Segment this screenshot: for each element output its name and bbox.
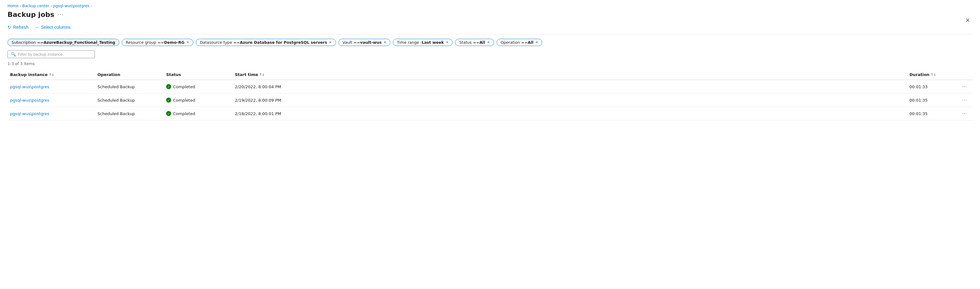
row-more-actions-3[interactable]: ··· bbox=[959, 110, 969, 117]
col-duration-sort-icon[interactable]: ↑↓ bbox=[931, 73, 936, 76]
col-operation-label: Operation bbox=[97, 72, 120, 77]
cell-start-time-2: 2/19/2022, 8:00:09 PM bbox=[232, 98, 907, 102]
col-start-time-sort-icon[interactable]: ↑↓ bbox=[259, 73, 265, 76]
subscription-filter-label: Subscription == bbox=[11, 40, 44, 45]
backup-instance-link-1[interactable]: pgsql-wus\postgres bbox=[10, 85, 49, 89]
status-filter-tag[interactable]: Status == All ✕ bbox=[455, 39, 494, 46]
col-header-status: Status bbox=[164, 72, 232, 77]
search-wrapper: 🔍 bbox=[8, 50, 95, 58]
page-title-row: Backup jobs ··· bbox=[8, 11, 64, 18]
table-container: Backup instance ↑↓ Operation Status Star… bbox=[8, 70, 972, 120]
completed-icon-1: ✓ bbox=[166, 84, 171, 89]
col-header-backup-instance: Backup instance ↑↓ bbox=[8, 72, 95, 77]
col-status-label: Status bbox=[166, 72, 181, 77]
col-backup-instance-label: Backup instance bbox=[10, 72, 48, 77]
cell-status-1: ✓ Completed bbox=[164, 84, 232, 89]
time-range-filter-close-icon[interactable]: ✕ bbox=[445, 40, 449, 45]
backup-instance-link-3[interactable]: pgsql-wus\postgres bbox=[10, 111, 49, 116]
row-more-actions-1[interactable]: ··· bbox=[959, 83, 969, 90]
select-columns-button[interactable]: → Select columns bbox=[35, 24, 71, 31]
table-row: pgsql-wus\postgres Scheduled Backup ✓ Co… bbox=[8, 107, 972, 120]
datasource-type-filter-close-icon[interactable]: ✕ bbox=[329, 40, 332, 45]
close-button[interactable]: ✕ bbox=[963, 16, 972, 25]
table-header: Backup instance ↑↓ Operation Status Star… bbox=[8, 70, 972, 80]
col-header-duration: Duration ↑↓ bbox=[907, 72, 957, 77]
page-title: Backup jobs bbox=[8, 11, 54, 18]
col-start-time-label: Start time bbox=[235, 72, 258, 77]
breadcrumb-sep-1: › bbox=[20, 5, 21, 8]
arrow-icon: → bbox=[35, 25, 39, 30]
status-label-1: Completed bbox=[173, 85, 195, 89]
status-filter-label: Status == bbox=[459, 40, 479, 45]
operation-filter-tag[interactable]: Operation == All ✕ bbox=[496, 39, 542, 46]
subscription-filter-value: AzureBackup_Functional_Testing bbox=[44, 40, 115, 45]
breadcrumb-home[interactable]: Home bbox=[8, 4, 18, 8]
completed-icon-2: ✓ bbox=[166, 97, 171, 102]
col-header-actions bbox=[957, 72, 972, 77]
cell-duration-1: 00:01:33 bbox=[907, 85, 957, 89]
status-filter-close-icon[interactable]: ✕ bbox=[487, 40, 490, 45]
operation-filter-label: Operation == bbox=[501, 40, 528, 45]
status-filter-value: All bbox=[479, 40, 485, 45]
cell-actions-1: ··· bbox=[957, 83, 972, 90]
page-more-options-icon[interactable]: ··· bbox=[57, 11, 64, 18]
cell-backup-instance-3: pgsql-wus\postgres bbox=[8, 111, 95, 116]
resource-group-filter-tag[interactable]: Resource group == Demo-RG ✕ bbox=[122, 39, 193, 46]
status-label-2: Completed bbox=[173, 98, 195, 102]
col-backup-instance-sort-icon[interactable]: ↑↓ bbox=[49, 73, 54, 76]
time-range-filter-value: Last week bbox=[422, 40, 444, 45]
cell-operation-3: Scheduled Backup bbox=[95, 111, 164, 116]
col-header-operation: Operation bbox=[95, 72, 164, 77]
subscription-filter-tag[interactable]: Subscription == AzureBackup_Functional_T… bbox=[8, 39, 119, 46]
breadcrumb-sep-2: › bbox=[51, 5, 52, 8]
search-icon: 🔍 bbox=[11, 52, 16, 57]
toolbar: ↻ Refresh → Select columns bbox=[8, 24, 972, 34]
page-header: Backup jobs ··· ✕ bbox=[8, 11, 972, 18]
cell-start-time-1: 2/20/2022, 8:00:04 PM bbox=[232, 85, 907, 89]
items-count: 1-3 of 3 items bbox=[8, 61, 972, 66]
cell-status-2: ✓ Completed bbox=[164, 97, 232, 102]
time-range-filter-label: Time range : bbox=[397, 40, 422, 45]
resource-group-filter-value: Demo-RG bbox=[164, 40, 185, 45]
breadcrumb-pgsql[interactable]: pgsql-wus\postgres bbox=[53, 4, 89, 8]
vault-filter-label: Vault == bbox=[343, 40, 360, 45]
cell-operation-1: Scheduled Backup bbox=[95, 85, 164, 89]
operation-filter-close-icon[interactable]: ✕ bbox=[535, 40, 538, 45]
vault-filter-value: vault-wus bbox=[360, 40, 382, 45]
refresh-icon: ↻ bbox=[8, 25, 11, 30]
breadcrumb-backup-center[interactable]: Backup center bbox=[22, 4, 49, 8]
col-duration-label: Duration bbox=[909, 72, 929, 77]
cell-status-3: ✓ Completed bbox=[164, 111, 232, 116]
search-input[interactable] bbox=[18, 52, 92, 57]
cell-backup-instance-1: pgsql-wus\postgres bbox=[8, 85, 95, 89]
cell-start-time-3: 2/18/2022, 8:00:01 PM bbox=[232, 111, 907, 116]
row-more-actions-2[interactable]: ··· bbox=[959, 97, 969, 104]
cell-duration-3: 00:01:35 bbox=[907, 111, 957, 116]
resource-group-filter-close-icon[interactable]: ✕ bbox=[186, 40, 189, 45]
breadcrumb: Home › Backup center › pgsql-wus\postgre… bbox=[8, 4, 972, 8]
filters-row: Subscription == AzureBackup_Functional_T… bbox=[8, 39, 972, 46]
completed-icon-3: ✓ bbox=[166, 111, 171, 116]
datasource-type-filter-label: Datasource type == bbox=[200, 40, 240, 45]
time-range-filter-tag[interactable]: Time range : Last week ✕ bbox=[393, 39, 452, 46]
datasource-type-filter-value: Azure Database for PostgreSQL servers bbox=[240, 40, 327, 45]
resource-group-filter-label: Resource group == bbox=[126, 40, 164, 45]
backup-instance-link-2[interactable]: pgsql-wus\postgres bbox=[10, 98, 49, 102]
operation-filter-value: All bbox=[528, 40, 533, 45]
refresh-button[interactable]: ↻ Refresh bbox=[8, 24, 29, 31]
cell-backup-instance-2: pgsql-wus\postgres bbox=[8, 98, 95, 102]
status-label-3: Completed bbox=[173, 111, 195, 116]
col-header-start-time: Start time ↑↓ bbox=[232, 72, 907, 77]
vault-filter-tag[interactable]: Vault == vault-wus ✕ bbox=[339, 39, 391, 46]
cell-actions-3: ··· bbox=[957, 110, 972, 117]
refresh-label: Refresh bbox=[13, 25, 29, 30]
cell-actions-2: ··· bbox=[957, 97, 972, 104]
cell-duration-2: 00:01:35 bbox=[907, 98, 957, 102]
table-row: pgsql-wus\postgres Scheduled Backup ✓ Co… bbox=[8, 94, 972, 107]
breadcrumb-sep-3: › bbox=[91, 5, 92, 8]
table-row: pgsql-wus\postgres Scheduled Backup ✓ Co… bbox=[8, 80, 972, 94]
vault-filter-close-icon[interactable]: ✕ bbox=[383, 40, 386, 45]
search-row: 🔍 bbox=[8, 50, 972, 58]
datasource-type-filter-tag[interactable]: Datasource type == Azure Database for Po… bbox=[196, 39, 336, 46]
cell-operation-2: Scheduled Backup bbox=[95, 98, 164, 102]
